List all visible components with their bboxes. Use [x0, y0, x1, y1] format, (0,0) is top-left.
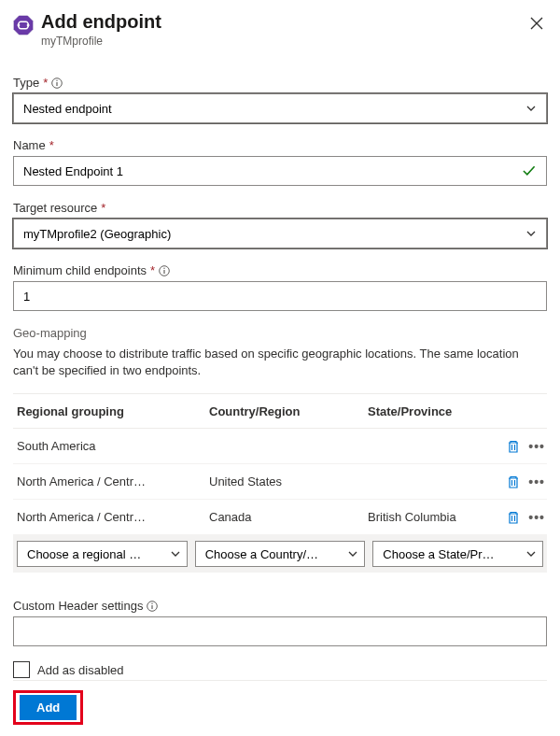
col-regional-grouping: Regional grouping — [17, 404, 209, 418]
more-icon: ••• — [528, 439, 545, 454]
name-input[interactable] — [23, 164, 522, 178]
chevron-down-icon — [525, 548, 537, 559]
highlight-box: Add — [13, 690, 83, 725]
geo-section-desc: You may choose to distribute traffic bas… — [13, 346, 547, 378]
svg-point-2 — [27, 24, 30, 27]
more-icon: ••• — [528, 474, 545, 489]
type-dropdown[interactable]: Nested endpoint — [13, 93, 547, 123]
add-as-disabled-checkbox[interactable] — [13, 661, 30, 678]
custom-header-label: Custom Header settings — [13, 599, 143, 613]
page-subtitle: myTMprofile — [41, 35, 526, 48]
custom-header-input-wrapper — [13, 616, 547, 646]
chevron-down-icon — [525, 228, 537, 239]
geo-section-title: Geo-mapping — [13, 326, 547, 340]
trash-icon — [506, 474, 521, 489]
trash-icon — [506, 439, 521, 454]
table-row: South America ••• — [13, 429, 547, 464]
delete-button[interactable] — [504, 437, 523, 456]
cell-rg: South America — [17, 439, 209, 453]
close-button[interactable] — [526, 11, 547, 38]
traffic-manager-icon — [13, 15, 34, 35]
info-icon[interactable] — [159, 265, 170, 276]
required-marker: * — [43, 76, 48, 90]
more-button[interactable]: ••• — [526, 437, 547, 456]
col-state-province: State/Province — [368, 404, 547, 418]
target-value: myTMprofile2 (Geographic) — [23, 227, 171, 241]
trash-icon — [506, 510, 521, 525]
cell-rg: North America / Centr… — [17, 510, 209, 524]
table-row: North America / Centr… United States ••• — [13, 464, 547, 500]
required-marker: * — [150, 263, 155, 277]
cell-rg: North America / Centr… — [17, 474, 209, 488]
more-button[interactable]: ••• — [526, 473, 547, 491]
geo-table-header: Regional grouping Country/Region State/P… — [13, 393, 547, 429]
country-region-dropdown[interactable]: Choose a Country/… — [195, 541, 366, 567]
svg-point-1 — [18, 24, 21, 27]
more-icon: ••• — [528, 510, 545, 525]
delete-button[interactable] — [504, 508, 523, 527]
dd-placeholder: Choose a regional … — [27, 547, 141, 561]
svg-point-5 — [57, 79, 58, 80]
svg-point-11 — [152, 602, 153, 603]
dd-placeholder: Choose a State/Pr… — [383, 547, 494, 561]
required-marker: * — [101, 201, 105, 215]
add-button[interactable]: Add — [20, 695, 77, 720]
target-label: Target resource — [13, 201, 97, 215]
regional-grouping-dropdown[interactable]: Choose a regional … — [17, 541, 188, 567]
name-label: Name — [13, 138, 46, 152]
cell-sp: British Columbia — [368, 510, 504, 524]
min-child-input[interactable] — [23, 290, 537, 304]
chevron-down-icon — [525, 103, 537, 114]
required-marker: * — [49, 138, 54, 152]
geo-dropdown-row: Choose a regional … Choose a Country/… C… — [13, 535, 547, 573]
chevron-down-icon — [170, 548, 181, 559]
info-icon[interactable] — [147, 601, 158, 612]
min-child-label: Minimum child endpoints — [13, 263, 147, 277]
min-child-input-wrapper — [13, 281, 547, 311]
info-icon[interactable] — [51, 78, 63, 89]
cell-cr: United States — [209, 474, 368, 488]
target-dropdown[interactable]: myTMprofile2 (Geographic) — [13, 219, 547, 248]
col-country-region: Country/Region — [209, 404, 368, 418]
cell-cr: Canada — [209, 510, 368, 524]
more-button[interactable]: ••• — [526, 508, 547, 527]
type-value: Nested endpoint — [23, 102, 112, 116]
svg-marker-0 — [14, 16, 33, 35]
table-row: North America / Centr… Canada British Co… — [13, 500, 547, 535]
state-province-dropdown[interactable]: Choose a State/Pr… — [372, 541, 543, 567]
add-as-disabled-label: Add as disabled — [37, 663, 124, 677]
svg-point-8 — [163, 267, 164, 268]
custom-header-input[interactable] — [23, 625, 537, 639]
name-input-wrapper — [13, 156, 547, 186]
checkmark-icon — [522, 163, 537, 178]
dd-placeholder: Choose a Country/… — [205, 547, 318, 561]
chevron-down-icon — [347, 548, 358, 559]
page-title: Add endpoint — [41, 11, 526, 33]
delete-button[interactable] — [504, 473, 523, 491]
type-label: Type — [13, 76, 39, 90]
close-icon — [530, 17, 543, 30]
